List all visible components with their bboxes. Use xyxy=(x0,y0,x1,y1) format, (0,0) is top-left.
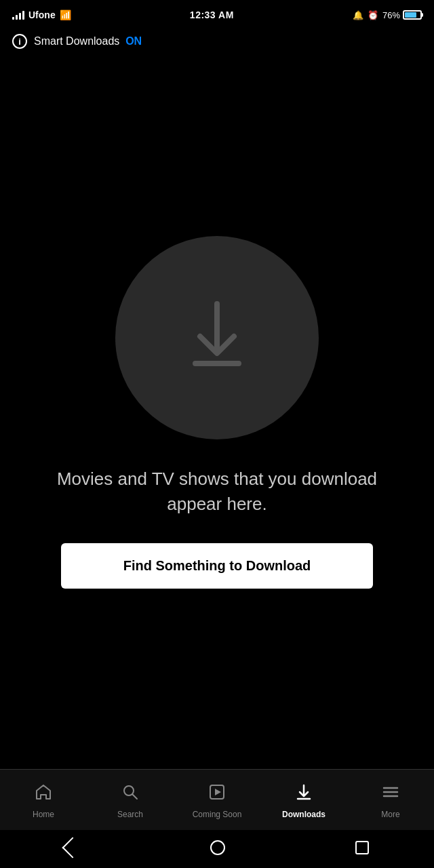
nav-label-home: Home xyxy=(33,810,54,819)
find-download-button[interactable]: Find Something to Download xyxy=(61,543,373,589)
nav-item-home[interactable]: Home xyxy=(0,783,87,819)
signal-bar-1 xyxy=(12,17,14,20)
home-icon xyxy=(35,783,52,806)
download-large-icon xyxy=(170,290,264,385)
status-left: Ufone 📶 xyxy=(12,9,71,20)
bottom-nav: Home Search Coming Soon Download xyxy=(0,769,434,830)
android-recents-button[interactable] xyxy=(355,841,369,854)
battery-container: 76% xyxy=(382,10,422,20)
signal-bar-3 xyxy=(19,13,21,20)
battery-fill xyxy=(405,12,416,18)
android-nav xyxy=(0,830,434,868)
nav-item-search[interactable]: Search xyxy=(87,783,174,819)
nav-item-downloads[interactable]: Downloads xyxy=(260,783,347,819)
battery-icon xyxy=(403,10,422,20)
smart-downloads-label: Smart Downloads ON xyxy=(34,35,142,47)
smart-downloads-bar[interactable]: i Smart Downloads ON xyxy=(0,27,434,56)
nav-item-more[interactable]: More xyxy=(347,783,434,819)
search-icon xyxy=(121,783,139,806)
more-icon xyxy=(382,783,399,806)
smart-downloads-text: Smart Downloads xyxy=(34,35,119,47)
nav-item-coming-soon[interactable]: Coming Soon xyxy=(174,783,260,819)
alarm-icon: 🔔 xyxy=(353,10,363,20)
empty-state-text: Movies and TV shows that you download ap… xyxy=(54,467,380,516)
download-circle xyxy=(115,236,319,439)
nav-label-coming-soon: Coming Soon xyxy=(193,810,242,819)
clock-icon: ⏰ xyxy=(368,10,378,20)
android-back-button[interactable] xyxy=(62,837,83,858)
signal-bars-icon xyxy=(12,10,24,20)
downloads-icon xyxy=(295,783,313,806)
svg-marker-5 xyxy=(215,789,221,795)
status-right: 🔔 ⏰ 76% xyxy=(353,10,422,20)
signal-bar-2 xyxy=(16,15,18,20)
carrier-name: Ufone xyxy=(28,9,56,20)
battery-percent: 76% xyxy=(382,10,400,20)
svg-line-3 xyxy=(133,795,138,800)
smart-downloads-status: ON xyxy=(125,35,142,47)
wifi-icon: 📶 xyxy=(60,9,71,20)
nav-label-downloads: Downloads xyxy=(282,810,326,819)
signal-bar-4 xyxy=(22,11,24,20)
nav-label-search: Search xyxy=(117,810,143,819)
android-home-button[interactable] xyxy=(210,840,225,855)
nav-label-more: More xyxy=(381,810,399,819)
coming-soon-icon xyxy=(208,783,226,806)
status-time: 12:33 AM xyxy=(190,9,234,20)
info-icon: i xyxy=(12,34,27,49)
main-content: Movies and TV shows that you download ap… xyxy=(0,56,434,769)
status-bar: Ufone 📶 12:33 AM 🔔 ⏰ 76% xyxy=(0,0,434,27)
